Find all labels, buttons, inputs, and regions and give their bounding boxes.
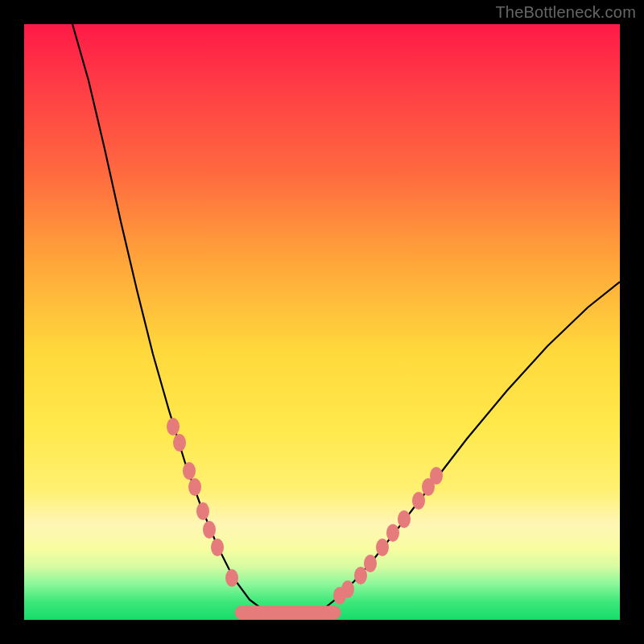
marker-dot bbox=[203, 521, 216, 539]
chart-stage: TheBottleneck.com bbox=[0, 0, 644, 644]
marker-dot bbox=[398, 510, 411, 528]
marker-dot bbox=[364, 555, 377, 572]
marker-dot bbox=[183, 462, 196, 480]
marker-dot bbox=[225, 569, 238, 587]
marker-dot bbox=[386, 524, 399, 542]
marker-dot bbox=[173, 434, 186, 452]
marker-cluster-right bbox=[333, 467, 443, 605]
marker-dot bbox=[167, 418, 180, 436]
marker-dot bbox=[211, 539, 224, 556]
marker-dot bbox=[430, 467, 443, 485]
marker-dot bbox=[341, 580, 354, 598]
chart-overlay bbox=[24, 24, 620, 620]
marker-dot bbox=[376, 539, 389, 556]
marker-dot bbox=[354, 567, 367, 584]
marker-cluster-left bbox=[167, 418, 238, 587]
marker-dot bbox=[412, 492, 425, 510]
plot-area bbox=[24, 24, 620, 620]
bottleneck-curve bbox=[72, 24, 620, 618]
marker-dot bbox=[188, 478, 201, 496]
watermark-text: TheBottleneck.com bbox=[495, 3, 636, 22]
marker-dot bbox=[196, 502, 209, 520]
